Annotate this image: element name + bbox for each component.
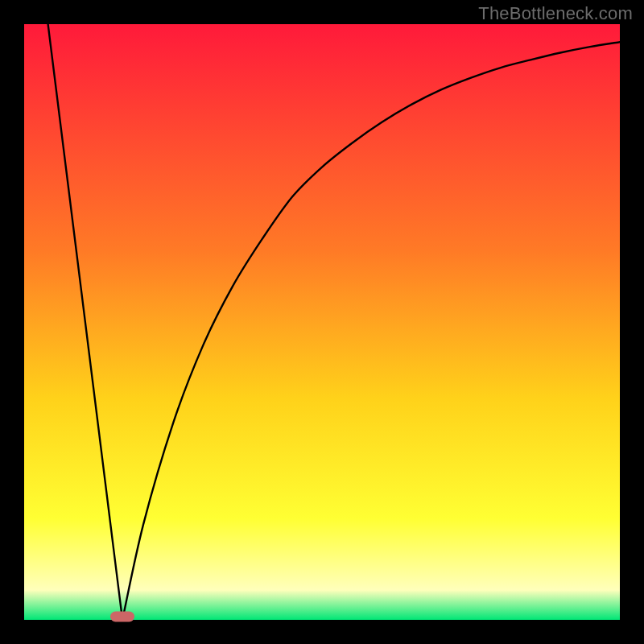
watermark-text: TheBottleneck.com: [478, 3, 633, 24]
chart-frame: TheBottleneck.com: [0, 0, 644, 644]
bottleneck-chart-svg: [24, 24, 620, 620]
gradient-background: [24, 24, 620, 620]
optimal-point-marker: [110, 611, 134, 621]
plot-area: [24, 24, 620, 620]
